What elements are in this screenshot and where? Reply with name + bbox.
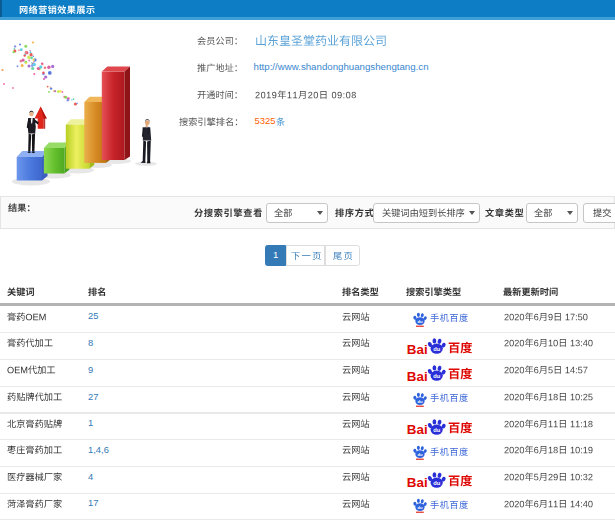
svg-text:du: du xyxy=(433,427,441,433)
svg-text:du: du xyxy=(433,373,441,379)
svg-text:du: du xyxy=(417,505,423,510)
svg-text:du: du xyxy=(433,347,441,353)
svg-text:du: du xyxy=(417,399,423,404)
svg-text:du: du xyxy=(417,319,423,324)
svg-text:du: du xyxy=(417,452,423,457)
svg-text:du: du xyxy=(433,480,441,486)
